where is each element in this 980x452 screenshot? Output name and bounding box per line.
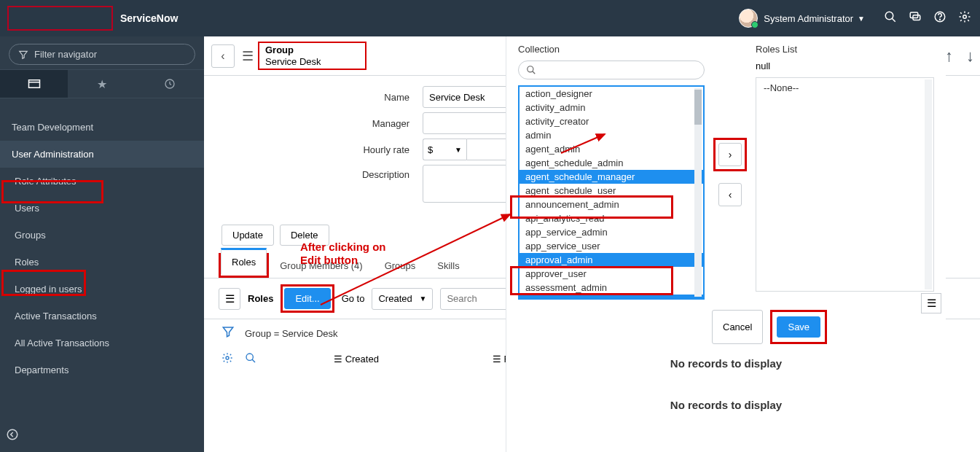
- user-name[interactable]: System Administrator: [764, 13, 853, 24]
- avatar[interactable]: [739, 9, 758, 28]
- list-gear-icon[interactable]: [222, 352, 233, 366]
- roles-list-label: Roles List: [756, 44, 934, 55]
- funnel-icon[interactable]: [222, 325, 235, 342]
- collection-item[interactable]: app_service_admin: [520, 225, 703, 239]
- nav-item-departments[interactable]: Departments: [0, 356, 204, 383]
- svg-point-14: [246, 354, 253, 360]
- filter-placeholder: Filter navigator: [34, 49, 97, 60]
- collection-item[interactable]: api_analytics_read: [520, 211, 703, 225]
- nav-tab-all-apps-icon[interactable]: [0, 70, 68, 98]
- roles-none: --None--: [764, 82, 799, 93]
- collection-item[interactable]: announcement_admin: [520, 198, 703, 211]
- chat-icon[interactable]: [907, 10, 923, 27]
- tab-skills[interactable]: Skills: [426, 253, 470, 278]
- chevron-down-icon: ▼: [420, 295, 427, 303]
- add-role-button[interactable]: ›: [718, 143, 742, 166]
- filter-navigator-input[interactable]: Filter navigator: [9, 44, 195, 65]
- back-button[interactable]: ‹: [211, 44, 235, 68]
- next-record-icon[interactable]: ↓: [966, 47, 974, 66]
- nav-item-active-transactions[interactable]: Active Transactions: [0, 303, 204, 330]
- update-button[interactable]: Update: [222, 225, 274, 246]
- chevron-down-icon: ▼: [455, 146, 462, 154]
- nav-collapse-icon[interactable]: [6, 428, 19, 445]
- scrollbar[interactable]: [694, 88, 702, 297]
- collection-item[interactable]: agent_schedule_admin: [520, 156, 703, 170]
- svg-point-16: [528, 66, 533, 72]
- nav-body[interactable]: Team DevelopmentUser AdministrationRole …: [0, 114, 204, 452]
- roles-menu-icon[interactable]: ☰: [921, 293, 941, 313]
- collection-item[interactable]: assessment_admin: [520, 281, 703, 295]
- collection-item[interactable]: asset: [520, 295, 703, 300]
- nav-item-groups[interactable]: Groups: [0, 222, 204, 249]
- roles-list-value: null: [756, 61, 934, 71]
- svg-line-15: [252, 359, 255, 362]
- svg-point-5: [940, 19, 941, 20]
- nav-item-team-development[interactable]: Team Development: [0, 114, 204, 141]
- funnel-icon: [18, 50, 28, 60]
- save-button[interactable]: Save: [777, 316, 820, 338]
- label-hourly: Hourly rate: [277, 144, 423, 155]
- collection-item[interactable]: agent_schedule_user: [520, 184, 703, 198]
- help-icon[interactable]: [932, 10, 948, 27]
- nav-item-roles[interactable]: Roles: [0, 249, 204, 276]
- collection-item[interactable]: agent_admin: [520, 142, 703, 156]
- label-desc: Description: [277, 165, 423, 180]
- label-name: Name: [277, 92, 423, 103]
- roles-listbox[interactable]: --None--: [756, 77, 934, 292]
- nav-tab-favorites-icon[interactable]: ★: [68, 70, 136, 98]
- topbar: ServiceNow System Administrator ▼: [0, 0, 980, 36]
- brand-label: ServiceNow: [120, 12, 178, 24]
- collection-search-input[interactable]: [518, 61, 705, 79]
- collection-item[interactable]: app_service_user: [520, 239, 703, 253]
- collection-label: Collection: [518, 44, 705, 55]
- logo-placeholder: [7, 6, 113, 31]
- goto-select[interactable]: Created▼: [372, 288, 433, 310]
- col-created[interactable]: Created: [345, 354, 379, 365]
- collection-listbox[interactable]: action_designeractivity_adminactivity_cr…: [518, 85, 705, 300]
- svg-point-13: [226, 356, 229, 359]
- collection-item[interactable]: activity_creator: [520, 114, 703, 128]
- collection-item[interactable]: agent_schedule_manager: [520, 170, 703, 184]
- no-records-2: No records to display: [518, 399, 934, 411]
- list-search-icon[interactable]: [245, 352, 256, 366]
- nav-item-role-attributes[interactable]: Role Attributes: [0, 168, 204, 195]
- slushbucket-panel: Collection action_designeractivity_admin…: [506, 36, 946, 452]
- scrollbar[interactable]: [925, 79, 932, 289]
- search-icon: [526, 65, 536, 75]
- nav-item-all-active-transactions[interactable]: All Active Transactions: [0, 330, 204, 356]
- list-menu-icon[interactable]: ☰: [219, 288, 240, 310]
- edit-button[interactable]: Edit...: [284, 288, 330, 309]
- nav-item-users[interactable]: Users: [0, 195, 204, 222]
- tab-roles[interactable]: Roles: [221, 248, 267, 274]
- goto-label: Go to: [342, 293, 365, 304]
- collection-item[interactable]: action_designer: [520, 87, 703, 101]
- list-label-roles: Roles: [248, 293, 273, 304]
- search-icon[interactable]: [882, 10, 898, 27]
- svg-point-0: [885, 12, 893, 20]
- collection-item[interactable]: activity_admin: [520, 101, 703, 114]
- cancel-button[interactable]: Cancel: [712, 310, 763, 344]
- remove-role-button[interactable]: ‹: [718, 183, 742, 206]
- collection-item[interactable]: admin: [520, 128, 703, 142]
- annotation-text: After clicking onEdit button: [300, 241, 386, 267]
- entity-name: Service Desk: [265, 56, 321, 67]
- breadcrumb-text[interactable]: Group = Service Desk: [245, 328, 338, 339]
- collection-item[interactable]: approver_user: [520, 267, 703, 281]
- nav-item-user-administration[interactable]: User Administration: [0, 141, 204, 168]
- nav-item-logged-in-users[interactable]: Logged in users: [0, 276, 204, 303]
- record-title-block: Group Service Desk: [258, 42, 366, 70]
- collection-item[interactable]: approval_admin: [520, 253, 703, 267]
- currency-select[interactable]: $▼: [423, 139, 466, 160]
- user-menu-chevron-icon[interactable]: ▼: [858, 15, 865, 23]
- nav-tab-row: ★: [0, 69, 204, 98]
- gear-icon[interactable]: [957, 10, 973, 27]
- svg-line-1: [892, 18, 895, 22]
- svg-line-17: [533, 71, 536, 74]
- form-menu-icon[interactable]: ☰: [242, 48, 254, 64]
- svg-rect-7: [28, 80, 39, 88]
- nav-tab-history-icon[interactable]: [136, 70, 204, 98]
- label-manager: Manager: [277, 118, 423, 129]
- prev-record-icon[interactable]: ↑: [945, 47, 953, 66]
- entity-label: Group: [265, 44, 294, 55]
- no-records-1: No records to display: [518, 357, 934, 370]
